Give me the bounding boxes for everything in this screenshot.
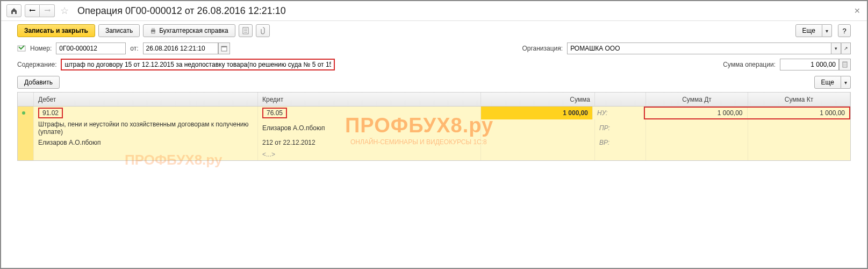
attach-button[interactable] <box>256 24 270 37</box>
calendar-icon[interactable] <box>218 43 230 54</box>
th-credit[interactable]: Кредит <box>258 93 481 106</box>
table-row[interactable]: 91.02 76.05 1 000,00 НУ: 1 000,00 1 000,… <box>18 107 850 119</box>
sum-cell[interactable]: 1 000,00 <box>481 107 593 119</box>
printer-icon <box>150 27 156 34</box>
svg-rect-1 <box>152 28 155 30</box>
more-button-table[interactable]: Еще <box>814 76 841 89</box>
subfactor-vr: ВР: <box>595 137 646 148</box>
favorite-star-icon[interactable]: ☆ <box>60 5 69 17</box>
th-sum[interactable]: Сумма <box>481 93 595 106</box>
svg-rect-9 <box>221 46 227 47</box>
save-button[interactable]: Записать <box>98 24 140 37</box>
th-sumkt[interactable]: Сумма Кт <box>748 93 850 106</box>
org-input[interactable] <box>567 43 831 54</box>
accounting-note-button[interactable]: Бухгалтерская справка <box>143 24 235 37</box>
from-label: от: <box>130 45 138 52</box>
svg-point-14 <box>845 64 846 65</box>
credit-subconto2[interactable]: 212 от 22.12.2012 <box>258 137 481 148</box>
table-row[interactable]: <...> <box>18 148 850 160</box>
th-sumdt[interactable]: Сумма Дт <box>646 93 748 106</box>
credit-subconto1[interactable]: Елизаров А.О.пбоюп <box>258 119 481 137</box>
org-dropdown-icon[interactable]: ▾ <box>831 43 841 54</box>
sumdt-cell[interactable]: 1 000,00 <box>645 108 748 118</box>
org-label: Организация: <box>522 45 563 52</box>
credit-subconto3[interactable]: <...> <box>258 148 481 160</box>
home-button[interactable] <box>6 4 21 17</box>
back-button[interactable]: 🠔 <box>25 4 40 17</box>
more-dropdown-table[interactable]: ▾ <box>841 76 851 89</box>
calc-icon[interactable] <box>839 59 851 70</box>
svg-point-12 <box>843 64 844 65</box>
content-input[interactable] <box>61 59 335 70</box>
date-input[interactable] <box>143 43 218 54</box>
debit-account-cell[interactable]: 91.02 <box>38 108 63 118</box>
table-row[interactable]: Елизаров А.О.пбоюп 212 от 22.12.2012 ВР: <box>18 137 850 148</box>
content-label: Содержание: <box>17 61 56 68</box>
credit-account-cell[interactable]: 76.05 <box>262 108 287 118</box>
svg-point-17 <box>845 66 846 66</box>
help-button[interactable]: ? <box>838 24 851 37</box>
accounting-note-label: Бухгалтерская справка <box>159 27 228 34</box>
svg-rect-2 <box>152 32 155 33</box>
add-row-button[interactable]: Добавить <box>17 76 60 89</box>
sum-input[interactable] <box>780 59 839 70</box>
row-marker-icon <box>22 111 25 115</box>
forward-button[interactable]: 🠖 <box>40 4 55 17</box>
debit-subconto1[interactable]: Штрафы, пени и неустойки по хозяйственны… <box>34 119 258 137</box>
sum-label: Сумма операции: <box>723 61 776 68</box>
more-dropdown-top[interactable]: ▾ <box>822 24 832 37</box>
org-open-icon[interactable]: ↗ <box>841 43 851 54</box>
table-row[interactable]: Штрафы, пени и неустойки по хозяйственны… <box>18 119 850 137</box>
svg-point-15 <box>843 66 844 66</box>
subfactor-pr: ПР: <box>595 119 646 137</box>
svg-rect-11 <box>843 62 847 63</box>
status-icon <box>17 45 26 52</box>
close-icon[interactable]: ✕ <box>854 6 860 15</box>
entries-table: Дебет Кредит Сумма Сумма Дт Сумма Кт 91.… <box>17 92 851 161</box>
template-button[interactable] <box>239 24 253 37</box>
svg-point-13 <box>844 64 845 65</box>
page-title: Операция 0Г00-000012 от 26.08.2016 12:21… <box>77 5 286 17</box>
save-close-button[interactable]: Записать и закрыть <box>17 24 95 37</box>
table-header: Дебет Кредит Сумма Сумма Дт Сумма Кт <box>18 93 850 107</box>
more-button-top[interactable]: Еще <box>795 24 822 37</box>
subfactor-nu: НУ: <box>593 107 644 119</box>
number-label: Номер: <box>30 45 52 52</box>
th-debit[interactable]: Дебет <box>34 93 258 106</box>
number-input[interactable] <box>56 43 126 54</box>
debit-subconto2[interactable]: Елизаров А.О.пбоюп <box>34 137 258 148</box>
svg-point-16 <box>844 66 845 66</box>
sumkt-cell[interactable]: 1 000,00 <box>748 108 850 118</box>
